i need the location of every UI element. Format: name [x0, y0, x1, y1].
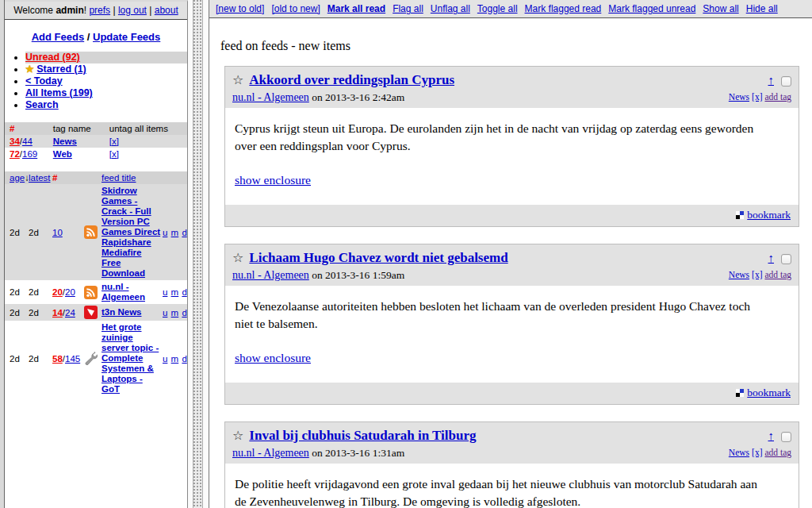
tag-unread-count[interactable]: 72 [10, 149, 20, 159]
feed-unread-action[interactable]: u [163, 354, 167, 364]
show-enclosure-link[interactable]: show enclosure [235, 171, 311, 189]
feed-delete-action[interactable]: d [182, 287, 186, 297]
article-untag-link[interactable]: [x] [752, 92, 762, 102]
about-link[interactable]: about [155, 5, 178, 16]
search-link[interactable]: Search [25, 99, 59, 110]
bookmark-link[interactable]: bookmark [747, 209, 791, 221]
article-title-link[interactable]: Akkoord over reddingsplan Cyprus [249, 72, 454, 88]
feed-total-count[interactable]: 20 [65, 287, 75, 297]
update-feeds-link[interactable]: Update Feeds [93, 31, 160, 43]
feed-total-count[interactable]: 10 [52, 228, 63, 237]
tag-total-count[interactable]: 44 [22, 137, 33, 146]
feed-unread-count[interactable]: 14 [52, 308, 63, 318]
tag-table-header: # tag name untag all items [5, 122, 187, 135]
article-checkbox[interactable] [781, 254, 791, 264]
feed-delete-action[interactable]: d [182, 308, 186, 318]
article-checkbox[interactable] [781, 432, 791, 442]
feed-unread-action[interactable]: u [163, 228, 167, 237]
count-header: # [52, 173, 84, 183]
show-enclosure-link[interactable]: show enclosure [235, 349, 311, 367]
feed-mark-action[interactable]: m [171, 287, 179, 297]
feed-actions: u m d [162, 308, 186, 318]
star-toggle-icon[interactable]: ☆ [232, 250, 243, 265]
article-untag-link[interactable]: [x] [752, 448, 762, 457]
feed-unread-action[interactable]: u [163, 287, 167, 297]
feed-total-count[interactable]: 145 [65, 354, 80, 364]
unflag-all-link[interactable]: Unflag all [431, 3, 470, 14]
tag-link[interactable]: Web [53, 149, 72, 159]
feed-unread-action[interactable]: u [163, 308, 167, 318]
article-controls: ↑ [726, 73, 791, 87]
starred-link[interactable]: Starred (1) [36, 64, 86, 75]
untag-cell: [x] [105, 135, 187, 148]
add-tag-link[interactable]: add tag [764, 270, 791, 279]
article-text: De Venezolaanse autoriteiten hebben besl… [235, 298, 767, 333]
items-frame: [new to old][old to new]Mark all readFla… [209, 0, 812, 508]
untag-link[interactable]: [x] [109, 137, 119, 146]
article-title-link[interactable]: Lichaam Hugo Chavez wordt niet gebalsemd [249, 250, 508, 266]
star-toggle-icon[interactable]: ☆ [232, 428, 243, 443]
feed-title-link[interactable]: t3n News [102, 307, 142, 317]
tag-link[interactable]: News [53, 137, 77, 146]
tag-unread-count[interactable]: 34 [10, 137, 20, 146]
star-toggle-icon[interactable]: ☆ [232, 72, 243, 87]
bookmark-link[interactable]: bookmark [747, 387, 791, 398]
age-sort-link[interactable]: age [10, 173, 25, 183]
feed-table-header: age↓ latest # feed title [5, 171, 187, 184]
tag-row-web: 72/169 Web [x] [5, 148, 187, 160]
logout-link[interactable]: log out [118, 5, 147, 16]
article-tag-link[interactable]: News [729, 448, 749, 457]
article-item: ☆ Akkoord over reddingsplan Cyprus nu.nl… [224, 66, 799, 227]
mark-all-read-link[interactable]: Mark all read [327, 3, 385, 14]
all-items-link[interactable]: All Items (199) [25, 87, 93, 98]
frame-resize-divider[interactable] [188, 0, 209, 508]
feed-title-link[interactable]: nu.nl - Algemeen [102, 282, 145, 302]
sidebar-item-search: Search [25, 99, 187, 111]
article-title-link[interactable]: Inval bij clubhuis Satudarah in Tilburg [249, 428, 476, 444]
toggle-all-link[interactable]: Toggle all [477, 3, 518, 14]
feed-delete-action[interactable]: d [182, 228, 186, 237]
sort-old-to-new-link[interactable]: [old to new] [271, 3, 320, 14]
scroll-top-arrow-icon[interactable]: ↑ [768, 252, 775, 264]
feed-title-cell: Skidrow Games - Crack - Full Version PC … [102, 186, 162, 279]
feed-delete-action[interactable]: d [182, 354, 186, 364]
feed-unread-count[interactable]: 20 [52, 287, 63, 297]
feed-unread-count[interactable]: 58 [52, 354, 63, 364]
sidebar-content: Welcome admin! prefs | log out | about A… [5, 0, 188, 508]
t3n-icon [84, 306, 98, 319]
article-header-right: ↑ News[x]add tag [726, 72, 791, 104]
mark-flagged-read-link[interactable]: Mark flagged read [525, 3, 602, 14]
article-checkbox[interactable] [781, 76, 791, 87]
untag-link[interactable]: [x] [109, 149, 119, 159]
prefs-link[interactable]: prefs [89, 5, 110, 16]
feed-mark-action[interactable]: m [171, 308, 179, 318]
feed-total-count[interactable]: 24 [65, 308, 75, 318]
add-feeds-link[interactable]: Add Feeds [32, 31, 84, 43]
mark-flagged-unread-link[interactable]: Mark flagged unread [608, 3, 695, 14]
article-feed-link[interactable]: nu.nl - Algemeen [232, 447, 309, 459]
article-tag-link[interactable]: News [729, 92, 749, 102]
scroll-top-arrow-icon[interactable]: ↑ [768, 429, 775, 442]
add-tag-link[interactable]: add tag [764, 92, 791, 102]
article-footer: bookmark [225, 205, 799, 226]
feed-title-header[interactable]: feed title [102, 173, 162, 183]
feed-title-link[interactable]: Het grote zuinige server topic - Complet… [102, 322, 159, 394]
article-feed-link[interactable]: nu.nl - Algemeen [232, 269, 309, 281]
article-feed-link[interactable]: nu.nl - Algemeen [232, 91, 309, 103]
flag-all-link[interactable]: Flag all [393, 3, 423, 14]
feed-mark-action[interactable]: m [171, 354, 179, 364]
scroll-top-arrow-icon[interactable]: ↑ [768, 74, 775, 87]
article-untag-link[interactable]: [x] [752, 270, 762, 279]
sort-new-to-old-link[interactable]: [new to old] [216, 3, 264, 14]
feed-mark-action[interactable]: m [171, 228, 179, 237]
today-link[interactable]: < Today [25, 75, 63, 87]
unread-link[interactable]: Unread (92) [25, 52, 80, 63]
latest-header[interactable]: latest [29, 173, 52, 183]
add-tag-link[interactable]: add tag [764, 448, 791, 457]
feed-title-link[interactable]: Skidrow Games - Crack - Full Version PC … [102, 186, 160, 278]
show-all-link[interactable]: Show all [703, 3, 738, 14]
tag-total-count[interactable]: 169 [22, 149, 37, 159]
feeds-menu: Add Feeds / Update Feeds [5, 31, 187, 43]
hide-all-link[interactable]: Hide all [746, 3, 778, 14]
article-tag-link[interactable]: News [729, 270, 749, 279]
